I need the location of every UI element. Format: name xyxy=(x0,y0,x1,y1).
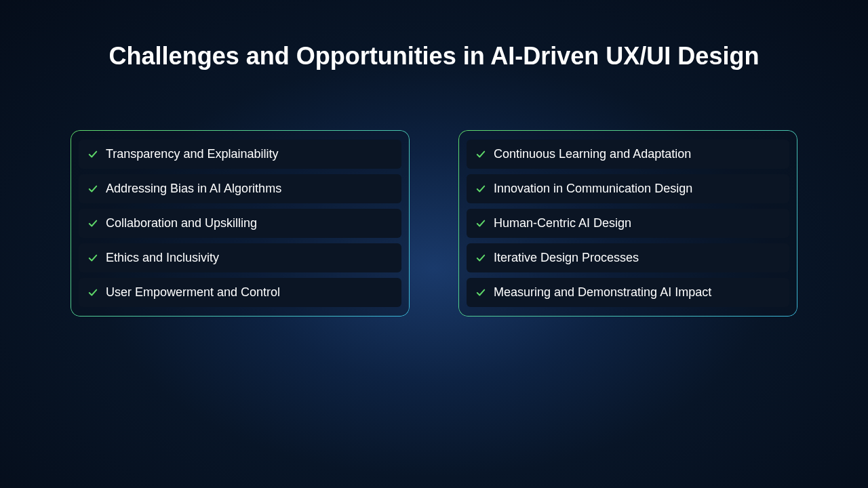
list-item: Measuring and Demonstrating AI Impact xyxy=(467,278,789,307)
list-item: Iterative Design Processes xyxy=(467,243,789,272)
list-item-label: Innovation in Communication Design xyxy=(494,182,692,196)
check-icon xyxy=(88,253,98,263)
list-item: Continuous Learning and Adaptation xyxy=(467,140,789,169)
list-item: User Empowerment and Control xyxy=(79,278,401,307)
list-item-label: Addressing Bias in AI Algorithms xyxy=(106,182,281,196)
left-list-card: Transparency and Explainability Addressi… xyxy=(71,130,410,317)
check-icon xyxy=(476,219,486,228)
list-item: Ethics and Inclusivity xyxy=(79,243,401,272)
list-item-label: Collaboration and Upskilling xyxy=(106,216,257,230)
check-icon xyxy=(476,184,486,194)
list-item-label: Measuring and Demonstrating AI Impact xyxy=(494,285,711,300)
right-list-card: Continuous Learning and Adaptation Innov… xyxy=(458,130,797,317)
list-item-label: Transparency and Explainability xyxy=(106,147,278,161)
list-item: Human-Centric AI Design xyxy=(467,209,789,238)
check-icon xyxy=(88,184,98,194)
list-item-label: Ethics and Inclusivity xyxy=(106,251,219,265)
check-icon xyxy=(88,288,98,298)
check-icon xyxy=(88,219,98,228)
list-item: Transparency and Explainability xyxy=(79,140,401,169)
list-item-label: User Empowerment and Control xyxy=(106,285,280,300)
list-item: Collaboration and Upskilling xyxy=(79,209,401,238)
check-icon xyxy=(88,150,98,159)
list-item-label: Continuous Learning and Adaptation xyxy=(494,147,691,161)
list-item-label: Iterative Design Processes xyxy=(494,251,639,265)
lists-container: Transparency and Explainability Addressi… xyxy=(0,130,868,317)
list-item-label: Human-Centric AI Design xyxy=(494,216,631,230)
list-item: Addressing Bias in AI Algorithms xyxy=(79,174,401,203)
list-item: Innovation in Communication Design xyxy=(467,174,789,203)
check-icon xyxy=(476,253,486,263)
check-icon xyxy=(476,288,486,298)
check-icon xyxy=(476,150,486,159)
page-title: Challenges and Opportunities in AI-Drive… xyxy=(0,0,868,84)
